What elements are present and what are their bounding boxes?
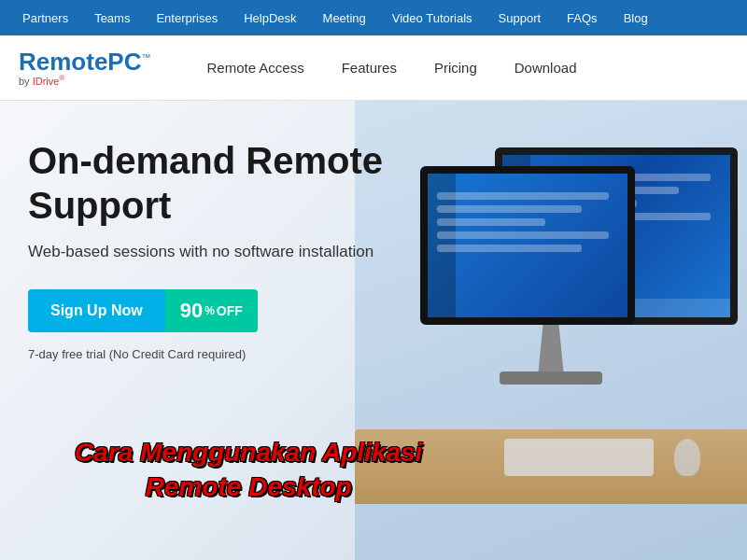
overlay-text: Cara Menggunakan Aplikasi Remote Desktop bbox=[75, 436, 422, 504]
hero-title: On-demand Remote Support bbox=[28, 138, 458, 228]
nav-item-partners[interactable]: Partners bbox=[9, 0, 81, 35]
nav-item-enterprises[interactable]: Enterprises bbox=[143, 0, 231, 35]
nav-item-faqs[interactable]: FAQs bbox=[554, 0, 611, 35]
nav-item-teams[interactable]: Teams bbox=[81, 0, 143, 35]
nav-item-video-tutorials[interactable]: Video Tutorials bbox=[379, 0, 486, 35]
logo-name: RemotePC™ bbox=[19, 49, 150, 74]
main-navigation: RemotePC™ by IDrive® Remote Access Featu… bbox=[0, 35, 747, 101]
main-nav-download[interactable]: Download bbox=[514, 60, 577, 76]
logo[interactable]: RemotePC™ by IDrive® bbox=[19, 49, 150, 87]
nav-item-helpdesk[interactable]: HelpDesk bbox=[231, 0, 309, 35]
hero-section: On-demand Remote Support Web-based sessi… bbox=[0, 101, 747, 560]
discount-badge: 90% OFF bbox=[165, 289, 258, 332]
discount-off: OFF bbox=[217, 303, 243, 318]
discount-percent: 90 bbox=[180, 299, 203, 323]
main-nav-features[interactable]: Features bbox=[342, 60, 397, 76]
nav-item-meeting[interactable]: Meeting bbox=[310, 0, 379, 35]
cta-area: Sign Up Now 90% OFF bbox=[28, 289, 458, 332]
signup-button[interactable]: Sign Up Now bbox=[28, 289, 165, 332]
free-trial-text: 7-day free trial (No Credit Card require… bbox=[28, 347, 458, 361]
main-nav-pricing[interactable]: Pricing bbox=[434, 60, 477, 76]
monitor-stand bbox=[532, 320, 570, 376]
hero-subtitle: Web-based sessions with no software inst… bbox=[28, 243, 458, 261]
nav-item-blog[interactable]: Blog bbox=[611, 0, 661, 35]
logo-sub: by IDrive® bbox=[19, 74, 150, 87]
main-nav-links: Remote Access Features Pricing Download bbox=[206, 60, 576, 76]
monitor-base bbox=[500, 371, 602, 385]
hero-content: On-demand Remote Support Web-based sessi… bbox=[0, 101, 486, 389]
main-nav-remote-access[interactable]: Remote Access bbox=[206, 60, 303, 76]
discount-symbol: % bbox=[204, 304, 215, 317]
nav-item-support[interactable]: Support bbox=[486, 0, 555, 35]
top-navigation: Partners Teams Enterprises HelpDesk Meet… bbox=[0, 0, 747, 35]
overlay-line1: Cara Menggunakan Aplikasi Remote Desktop bbox=[75, 436, 422, 504]
